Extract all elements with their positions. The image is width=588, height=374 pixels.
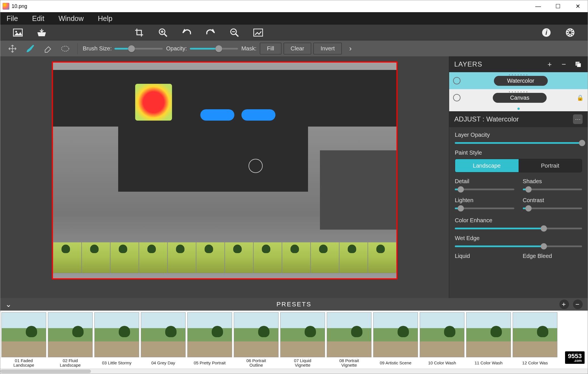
adjust-menu-icon[interactable]: ⋯ bbox=[573, 114, 583, 124]
preset-item[interactable]: 06 Portrait Outline bbox=[234, 312, 279, 369]
close-button[interactable]: ✕ bbox=[568, 0, 588, 12]
presets-add-icon[interactable]: + bbox=[559, 300, 569, 309]
preset-label: 10 Color Wash bbox=[420, 357, 464, 369]
info-icon[interactable]: i bbox=[541, 27, 552, 38]
preset-thumbnail bbox=[373, 312, 418, 357]
add-layer-icon[interactable]: + bbox=[545, 60, 554, 69]
preset-thumbnail bbox=[280, 312, 325, 357]
layer-opacity-slider[interactable] bbox=[455, 142, 582, 144]
paint-style-landscape[interactable]: Landscape bbox=[455, 159, 519, 172]
preset-thumbnail bbox=[466, 312, 511, 357]
toolbar-next-icon[interactable]: › bbox=[349, 44, 352, 53]
svg-point-8 bbox=[569, 31, 572, 34]
mask-buttons: Fill Clear Invert bbox=[260, 43, 342, 54]
layer-visibility-toggle[interactable] bbox=[453, 77, 460, 84]
paint-style-label: Paint Style bbox=[455, 149, 582, 156]
contrast-slider[interactable] bbox=[523, 208, 582, 209]
app-window: 10.png — ☐ ✕ File Edit Window Help i bbox=[0, 0, 588, 374]
mask-label: Mask: bbox=[241, 45, 256, 52]
preset-label: 08 Portrait Vignette bbox=[327, 357, 372, 369]
mask-fill-button[interactable]: Fill bbox=[260, 43, 281, 54]
preset-label: 03 Little Stormy bbox=[94, 357, 139, 369]
preset-label: 07 Liquid Vignette bbox=[280, 357, 325, 369]
presets-remove-icon[interactable]: − bbox=[573, 300, 583, 309]
zoom-in-icon[interactable] bbox=[157, 27, 169, 38]
preset-item[interactable]: 01 Faded Landscape bbox=[1, 312, 46, 369]
presets-strip: 01 Faded Landscape02 Fluid Landscape03 L… bbox=[0, 311, 588, 369]
layer-name: Canvas bbox=[493, 93, 547, 103]
preset-item[interactable]: 05 Pretty Portrait bbox=[187, 312, 232, 369]
preset-thumbnail bbox=[513, 312, 557, 357]
mask-invert-button[interactable]: Invert bbox=[313, 43, 342, 54]
svg-rect-4 bbox=[254, 29, 263, 36]
minimize-button[interactable]: — bbox=[528, 0, 548, 12]
preset-thumbnail bbox=[141, 312, 186, 357]
move-tool-icon[interactable] bbox=[7, 43, 18, 54]
window-controls: — ☐ ✕ bbox=[528, 0, 588, 12]
opacity-control: Opacity: bbox=[166, 45, 238, 52]
preset-item[interactable]: 08 Portrait Vignette bbox=[327, 312, 372, 369]
preset-thumbnail bbox=[94, 312, 139, 357]
menu-file[interactable]: File bbox=[4, 13, 21, 24]
shades-slider[interactable] bbox=[523, 189, 582, 190]
preset-thumbnail bbox=[420, 312, 464, 357]
preset-thumbnail bbox=[234, 312, 279, 357]
lighten-slider[interactable] bbox=[455, 208, 514, 209]
duplicate-layer-icon[interactable] bbox=[574, 60, 583, 69]
canvas-frame[interactable] bbox=[52, 61, 398, 279]
settings-icon[interactable] bbox=[564, 27, 576, 38]
adjust-body: Layer Opacity Paint Style Landscape Port… bbox=[449, 127, 588, 298]
app-icon bbox=[3, 3, 9, 10]
save-image-icon[interactable] bbox=[36, 27, 47, 38]
preset-item[interactable]: 12 Color Was bbox=[513, 312, 557, 369]
preset-item[interactable]: 09 Artistic Scene bbox=[373, 312, 418, 369]
preset-item[interactable]: 04 Grey Day bbox=[141, 312, 186, 369]
wet-edge-slider[interactable] bbox=[455, 245, 582, 247]
preset-item[interactable]: 10 Color Wash bbox=[420, 312, 464, 369]
layer-row[interactable]: • • • • • • • Watercolor bbox=[449, 72, 588, 89]
contrast-label: Contrast bbox=[523, 197, 582, 204]
brush-tool-icon[interactable] bbox=[25, 43, 35, 54]
layer-row[interactable]: • • • • • • • Canvas 🔒 bbox=[449, 89, 588, 106]
menu-edit[interactable]: Edit bbox=[29, 13, 47, 24]
color-enhance-slider[interactable] bbox=[455, 228, 582, 229]
maximize-button[interactable]: ☐ bbox=[548, 0, 568, 12]
liquid-label: Liquid bbox=[455, 253, 514, 259]
fit-image-icon[interactable] bbox=[252, 27, 264, 38]
layers-title: LAYERS bbox=[454, 60, 482, 68]
preset-label: 12 Color Was bbox=[513, 357, 557, 369]
redo-icon[interactable] bbox=[205, 27, 216, 38]
zoom-out-icon[interactable] bbox=[229, 27, 240, 38]
canvas-area bbox=[0, 56, 449, 298]
preset-label: 09 Artistic Scene bbox=[373, 357, 418, 369]
adjust-title: ADJUST : Watercolor bbox=[454, 115, 519, 123]
preset-item[interactable]: 11 Color Wash bbox=[466, 312, 511, 369]
ellipse-tool-icon[interactable] bbox=[60, 43, 71, 54]
menu-window[interactable]: Window bbox=[56, 13, 86, 24]
eraser-tool-icon[interactable] bbox=[42, 43, 53, 54]
paint-style-portrait[interactable]: Portrait bbox=[519, 159, 582, 172]
wet-edge-label: Wet Edge bbox=[455, 235, 582, 242]
detail-slider[interactable] bbox=[455, 189, 514, 190]
remove-layer-icon[interactable]: − bbox=[559, 60, 568, 69]
layer-visibility-toggle[interactable] bbox=[453, 94, 460, 101]
right-panel: LAYERS + − • • • • • • • Watercolor • • … bbox=[449, 56, 588, 298]
presets-collapse-icon[interactable]: ⌄ bbox=[5, 300, 12, 309]
open-image-icon[interactable] bbox=[12, 27, 24, 38]
preset-item[interactable]: 07 Liquid Vignette bbox=[280, 312, 325, 369]
undo-icon[interactable] bbox=[181, 27, 192, 38]
layer-name: Watercolor bbox=[494, 76, 548, 86]
svg-point-9 bbox=[61, 46, 69, 51]
crop-icon[interactable] bbox=[133, 27, 145, 38]
preset-item[interactable]: 03 Little Stormy bbox=[94, 312, 139, 369]
detail-label: Detail bbox=[455, 178, 514, 185]
preset-label: 02 Fluid Landscape bbox=[48, 357, 93, 369]
preset-item[interactable]: 02 Fluid Landscape bbox=[48, 312, 93, 369]
mask-clear-button[interactable]: Clear bbox=[284, 43, 311, 54]
menu-help[interactable]: Help bbox=[95, 13, 115, 24]
toolbar-secondary: Brush Size: Opacity: Mask: Fill Clear In… bbox=[0, 40, 588, 56]
presets-scrollbar[interactable] bbox=[0, 369, 588, 374]
color-enhance-label: Color Enhance bbox=[455, 217, 582, 224]
brush-size-slider[interactable] bbox=[114, 48, 163, 50]
opacity-slider[interactable] bbox=[190, 48, 238, 50]
